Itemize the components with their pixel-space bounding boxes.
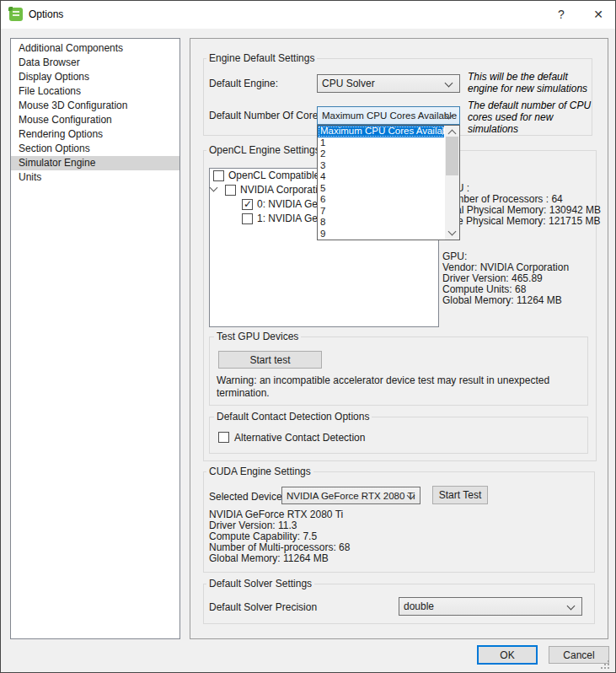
ok-button[interactable]: OK	[477, 645, 538, 665]
default-cores-label: Default Number Of Cores	[209, 110, 323, 121]
gpu-test-warning-text: Warning: an incompatible accelerator dev…	[217, 374, 577, 400]
default-cores-select[interactable]: Maximum CPU Cores Available	[317, 106, 460, 125]
cuda-device-select[interactable]: NVIDIA GeForce RTX 2080 Ti	[281, 487, 420, 504]
help-icon: ?	[558, 8, 565, 21]
sidebar-item-mouse-configuration[interactable]: Mouse Configuration	[11, 113, 179, 127]
default-cores-value: Maximum CPU Cores Available	[322, 110, 457, 121]
scrollbar-thumb[interactable]	[446, 137, 458, 175]
cuda-info-block: NVIDIA GeForce RTX 2080 Ti Driver Versio…	[209, 509, 350, 564]
dropdown-option-5[interactable]: 5	[318, 183, 444, 195]
cuda-info-line: Global Memory: 11264 MB	[209, 553, 350, 564]
default-engine-value: CPU Solver	[322, 78, 375, 89]
sidebar-item-display-options[interactable]: Display Options	[11, 70, 179, 84]
dropdown-scrollbar[interactable]	[445, 126, 459, 240]
start-test-cuda-button[interactable]: Start Test	[432, 486, 488, 504]
gpu-info-line: Global Memory: 11264 MB	[442, 295, 569, 306]
options-dialog: Options ? ✕ Additional Components Data B…	[0, 0, 616, 673]
default-engine-select[interactable]: CPU Solver	[317, 74, 460, 93]
sidebar-item-simulator-engine[interactable]: Simulator Engine	[11, 156, 179, 170]
dropdown-option-8[interactable]: 8	[318, 217, 444, 229]
engine-default-settings-label: Engine Default Settings	[206, 53, 317, 64]
default-engine-label: Default Engine:	[209, 78, 278, 89]
help-button[interactable]: ?	[544, 1, 578, 28]
sidebar-item-file-locations[interactable]: File Locations	[11, 84, 179, 99]
default-solver-settings-label: Default Solver Settings	[206, 579, 314, 590]
solver-precision-value: double	[404, 600, 434, 612]
sidebar-item-units[interactable]: Units	[11, 170, 179, 185]
dropdown-option-max-cores[interactable]: Maximum CPU Cores Available	[318, 126, 444, 137]
close-button[interactable]: ✕	[581, 1, 615, 28]
scroll-down-icon[interactable]	[448, 228, 457, 236]
category-list: Additional Components Data Browser Displ…	[10, 38, 180, 639]
dropdown-option-7[interactable]: 7	[318, 206, 444, 218]
selected-device-label: Selected Device:	[209, 491, 285, 503]
solver-precision-label: Default Solver Precision	[209, 601, 317, 613]
default-cores-help-text: The default number of CPU cores used for…	[468, 100, 596, 135]
contact-detection-label: Default Contact Detection Options	[214, 412, 372, 423]
solver-precision-select[interactable]: double	[399, 597, 582, 616]
cuda-engine-settings-label: CUDA Engine Settings	[206, 466, 313, 477]
dropdown-option-4[interactable]: 4	[318, 171, 444, 183]
cuda-device-value: NVIDIA GeForce RTX 2080 Ti	[287, 491, 415, 501]
window-title: Options	[29, 8, 63, 20]
dropdown-option-6[interactable]: 6	[318, 194, 444, 206]
test-gpu-devices-label: Test GPU Devices	[214, 331, 301, 342]
alternative-contact-detection-label: Alternative Contact Detection	[234, 432, 365, 444]
checkbox-opencl-compatible[interactable]	[213, 170, 224, 181]
dropdown-option-1[interactable]: 1	[318, 137, 444, 149]
sidebar-item-section-options[interactable]: Section Options	[11, 142, 179, 156]
cpu-info-block: CPU : Number of Processors : 64 Total Ph…	[442, 183, 601, 227]
cpu-info-line: Free Physical Memory: 121715 MB	[442, 216, 601, 227]
start-test-gpu-button[interactable]: Start test	[218, 351, 322, 369]
default-engine-help-text: This will be the default engine for new …	[468, 71, 599, 94]
checkbox-gpu-1[interactable]	[242, 213, 253, 224]
app-icon	[9, 8, 23, 21]
tree-item-nvidia-corporation[interactable]: NVIDIA Corporation	[240, 185, 329, 196]
dropdown-option-9[interactable]: 9	[318, 229, 444, 240]
resize-grip[interactable]	[601, 660, 603, 662]
title-bar	[1, 1, 615, 29]
dropdown-option-3[interactable]: 3	[318, 160, 444, 172]
opencl-engine-settings-label: OpenCL Engine Settings	[206, 145, 323, 156]
checkbox-nvidia-corporation[interactable]	[225, 185, 236, 196]
sidebar-item-data-browser[interactable]: Data Browser	[11, 56, 179, 70]
checkbox-alternative-contact-detection[interactable]	[218, 432, 229, 443]
sidebar-item-additional-components[interactable]: Additional Components	[11, 41, 179, 56]
sidebar-item-rendering-options[interactable]: Rendering Options	[11, 127, 179, 142]
dropdown-option-2[interactable]: 2	[318, 148, 444, 160]
gpu-info-block: GPU: Vendor: NVIDIA Corporation Driver V…	[442, 251, 569, 306]
checkbox-gpu-0[interactable]	[242, 199, 253, 210]
close-icon: ✕	[593, 8, 603, 21]
sidebar-item-mouse-3d-configuration[interactable]: Mouse 3D Configuration	[11, 99, 179, 113]
cores-dropdown-list: Maximum CPU Cores Available 1 2 3 4 5 6 …	[317, 125, 460, 240]
